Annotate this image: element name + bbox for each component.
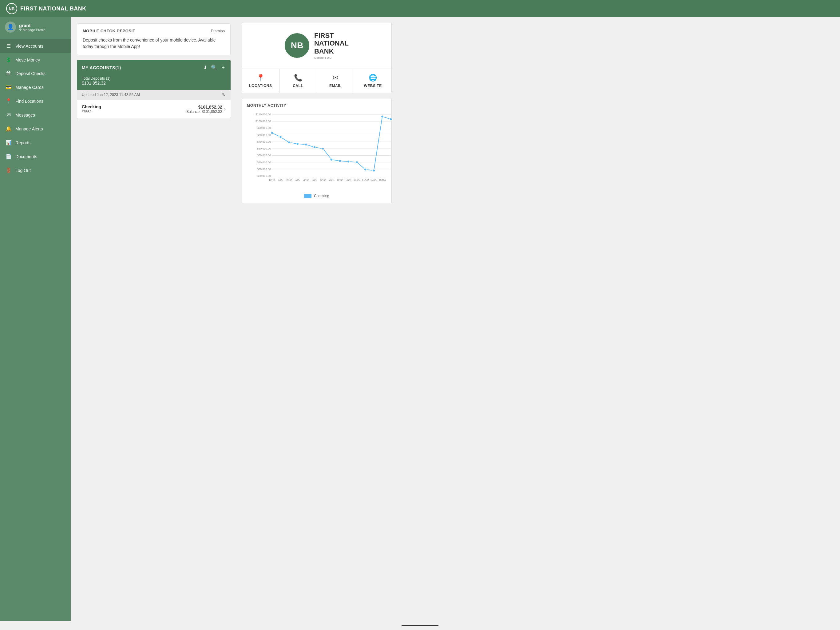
nav-label-find-locations: Find Locations: [15, 99, 43, 104]
bank-name-line1: FIRST: [314, 32, 349, 40]
sidebar-nav: ☰View Accounts💲Move Money🏛Deposit Checks…: [0, 37, 71, 621]
legend-color-checking: [304, 194, 311, 198]
nav-label-documents: Documents: [15, 154, 37, 159]
sidebar-item-find-locations[interactable]: 📍Find Locations: [0, 94, 71, 108]
sidebar-item-documents[interactable]: 📄Documents: [0, 149, 71, 163]
update-bar: Updated Jan 12, 2023 11:43:55 AM ↻: [77, 90, 231, 100]
nav-icon-log-out: 🚪: [6, 167, 12, 173]
gear-icon: ⚙: [19, 28, 22, 32]
nav-icon-manage-alerts: 🔔: [6, 126, 12, 131]
home-indicator: [401, 625, 439, 626]
account-info: Checking *7553: [82, 104, 101, 114]
contact-icon-locations: 📍: [256, 74, 265, 82]
contact-btn-locations[interactable]: 📍 LOCATIONS: [242, 69, 279, 93]
account-balance-main: $101,852.32: [186, 104, 222, 109]
sidebar-item-manage-cards[interactable]: 💳Manage Cards: [0, 80, 71, 94]
banner-text: Deposit checks from the convenience of y…: [83, 37, 225, 50]
logo-circle-large: NB: [285, 33, 309, 58]
nav-label-manage-cards: Manage Cards: [15, 85, 44, 90]
nav-label-manage-alerts: Manage Alerts: [15, 127, 43, 131]
download-icon[interactable]: ⬇: [203, 65, 207, 70]
mobile-check-deposit-banner: MOBILE CHECK DEPOSIT Dismiss Deposit che…: [77, 24, 231, 55]
accounts-summary: Total Deposits (1) $101,852.32: [77, 75, 231, 90]
nav-icon-messages: ✉: [6, 112, 12, 118]
sidebar-item-reports[interactable]: 📊Reports: [0, 136, 71, 149]
sidebar-item-move-money[interactable]: 💲Move Money: [0, 53, 71, 67]
contact-label-locations: LOCATIONS: [249, 84, 272, 88]
logo-circle-text: NB: [291, 41, 303, 51]
total-amount: $101,852.32: [82, 81, 226, 85]
activity-title: MONTHLY ACTIVITY: [247, 103, 387, 108]
bank-logo-area: NB FIRST NATIONAL BANK: [6, 3, 87, 14]
bank-name-line2: NATIONAL: [314, 40, 349, 47]
bank-name-large: FIRST NATIONAL BANK Member FDIC: [314, 32, 349, 59]
top-header: NB FIRST NATIONAL BANK: [0, 0, 840, 17]
nav-icon-documents: 📄: [6, 154, 12, 159]
account-name: Checking: [82, 104, 101, 109]
dismiss-button[interactable]: Dismiss: [211, 28, 225, 33]
legend-label-checking: Checking: [314, 194, 329, 198]
account-amounts: $101,852.32 Balance: $101,852.32 ›: [186, 104, 226, 114]
accounts-title: MY ACCOUNTS(1): [82, 65, 121, 70]
chevron-right-icon: ›: [224, 106, 226, 112]
sidebar-item-log-out[interactable]: 🚪Log Out: [0, 163, 71, 177]
main-layout: 👤 grant ⚙ Manage Profile ☰View Accounts💲…: [0, 17, 840, 621]
banner-header: MOBILE CHECK DEPOSIT Dismiss: [83, 28, 225, 33]
account-row[interactable]: Checking *7553 $101,852.32 Balance: $101…: [77, 100, 231, 119]
sidebar-item-manage-alerts[interactable]: 🔔Manage Alerts: [0, 122, 71, 136]
contact-btn-call[interactable]: 📞 CALL: [279, 69, 317, 93]
search-icon[interactable]: 🔍: [211, 65, 217, 70]
bottom-bar: [0, 621, 840, 630]
chart-legend: Checking: [247, 194, 387, 198]
nav-label-view-accounts: View Accounts: [15, 44, 43, 49]
nav-icon-move-money: 💲: [6, 57, 12, 63]
chart-container: [247, 111, 387, 192]
total-deposits-label: Total Deposits (1): [82, 76, 226, 81]
contact-label-website: WEBSITE: [364, 84, 382, 88]
nav-label-messages: Messages: [15, 112, 35, 117]
nav-label-deposit-checks: Deposit Checks: [15, 71, 46, 76]
sidebar: 👤 grant ⚙ Manage Profile ☰View Accounts💲…: [0, 17, 71, 621]
add-account-icon[interactable]: ＋: [221, 64, 226, 71]
bank-name-header: FIRST NATIONAL BANK: [20, 6, 87, 12]
user-info: grant ⚙ Manage Profile: [19, 23, 46, 32]
activity-panel: MONTHLY ACTIVITY Checking: [242, 98, 392, 203]
accounts-actions: ⬇ 🔍 ＋: [203, 64, 226, 71]
sidebar-user: 👤 grant ⚙ Manage Profile: [0, 17, 71, 37]
bank-logo-card: NB FIRST NATIONAL BANK Member FDIC: [242, 22, 392, 69]
accounts-panel: MY ACCOUNTS(1) ⬇ 🔍 ＋ Total Deposits (1) …: [77, 60, 231, 119]
nav-label-reports: Reports: [15, 140, 30, 145]
bank-logo-large: NB FIRST NATIONAL BANK Member FDIC: [285, 32, 349, 59]
account-number: *7553: [82, 110, 101, 114]
avatar-icon: 👤: [7, 24, 14, 30]
contact-buttons: 📍 LOCATIONS 📞 CALL ✉ EMAIL 🌐 WEBSITE: [242, 69, 392, 93]
right-panel: NB FIRST NATIONAL BANK Member FDIC 📍 LOC…: [237, 17, 396, 621]
contact-icon-call: 📞: [294, 74, 302, 82]
sidebar-item-messages[interactable]: ✉Messages: [0, 108, 71, 122]
contact-btn-website[interactable]: 🌐 WEBSITE: [354, 69, 392, 93]
sidebar-item-deposit-checks[interactable]: 🏛Deposit Checks: [0, 67, 71, 80]
main-panel: MOBILE CHECK DEPOSIT Dismiss Deposit che…: [71, 17, 237, 621]
content-area: MOBILE CHECK DEPOSIT Dismiss Deposit che…: [71, 17, 840, 621]
fdic-text: Member FDIC: [314, 56, 349, 59]
nav-icon-manage-cards: 💳: [6, 84, 12, 90]
sidebar-item-view-accounts[interactable]: ☰View Accounts: [0, 39, 71, 53]
account-balance-group: $101,852.32 Balance: $101,852.32: [186, 104, 222, 114]
refresh-icon[interactable]: ↻: [222, 92, 226, 97]
manage-profile-link[interactable]: ⚙ Manage Profile: [19, 28, 46, 32]
contact-label-call: CALL: [293, 84, 303, 88]
accounts-header: MY ACCOUNTS(1) ⬇ 🔍 ＋: [77, 60, 231, 75]
user-avatar: 👤: [5, 22, 16, 33]
contact-icon-email: ✉: [333, 74, 338, 82]
nav-label-log-out: Log Out: [15, 168, 31, 173]
bank-logo-circle: NB: [6, 3, 17, 14]
banner-title: MOBILE CHECK DEPOSIT: [83, 28, 135, 33]
account-balance-sub: Balance: $101,852.32: [186, 109, 222, 114]
contact-btn-email[interactable]: ✉ EMAIL: [317, 69, 355, 93]
nav-icon-deposit-checks: 🏛: [6, 71, 12, 76]
nav-label-move-money: Move Money: [15, 57, 40, 62]
contact-label-email: EMAIL: [329, 84, 342, 88]
nav-icon-view-accounts: ☰: [6, 43, 12, 49]
nav-icon-find-locations: 📍: [6, 98, 12, 104]
logo-text: NB: [9, 6, 15, 11]
